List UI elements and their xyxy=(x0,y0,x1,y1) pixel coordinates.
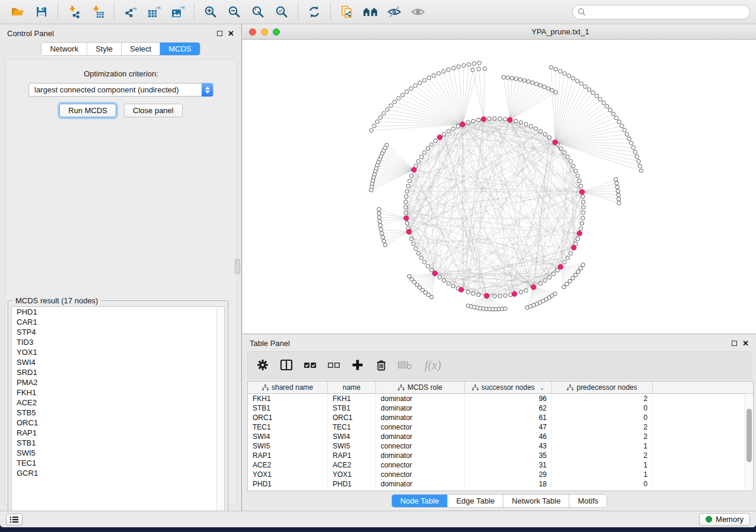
network-node[interactable] xyxy=(375,120,379,123)
network-node[interactable] xyxy=(616,189,620,193)
network-node[interactable] xyxy=(379,227,382,231)
network-hub-node-selected[interactable] xyxy=(404,216,409,220)
network-node[interactable] xyxy=(566,155,569,159)
mcds-result-item[interactable]: YOX1 xyxy=(12,347,224,357)
table-row[interactable]: TEC1TEC1connector472 xyxy=(248,422,753,432)
mcds-result-item[interactable]: SRD1 xyxy=(12,367,224,377)
network-node[interactable] xyxy=(638,164,642,168)
network-node[interactable] xyxy=(595,94,598,98)
table-row[interactable]: ACE2ACE2connector311 xyxy=(248,460,753,470)
network-node[interactable] xyxy=(551,272,555,275)
table-row[interactable]: RAP1RAP1dominator352 xyxy=(248,451,753,460)
network-node[interactable] xyxy=(617,197,620,201)
column-header-name[interactable]: name xyxy=(328,382,376,393)
network-node[interactable] xyxy=(598,97,602,101)
mcds-result-item[interactable]: GCR1 xyxy=(12,468,224,478)
refresh-view-icon[interactable] xyxy=(302,2,326,21)
network-node[interactable] xyxy=(550,88,554,92)
network-hub-node-selected[interactable] xyxy=(512,291,517,296)
network-node[interactable] xyxy=(571,76,575,80)
window-minimize-button[interactable] xyxy=(261,28,268,36)
network-node[interactable] xyxy=(423,78,426,82)
network-node[interactable] xyxy=(614,178,617,181)
network-node[interactable] xyxy=(617,120,621,123)
network-node[interactable] xyxy=(377,207,381,211)
network-node[interactable] xyxy=(519,121,522,124)
network-node[interactable] xyxy=(608,108,612,112)
network-node[interactable] xyxy=(477,118,480,121)
zoom-selected-icon[interactable] xyxy=(270,2,294,21)
network-hub-node-selected[interactable] xyxy=(580,190,585,194)
network-node[interactable] xyxy=(442,278,446,282)
network-node[interactable] xyxy=(446,281,450,285)
network-node[interactable] xyxy=(579,227,582,230)
delete-table-icon[interactable] xyxy=(396,355,414,374)
network-node[interactable] xyxy=(538,281,542,285)
network-node[interactable] xyxy=(471,119,475,123)
network-node[interactable] xyxy=(524,123,528,126)
column-header-MCDS-role[interactable]: MCDS role xyxy=(376,382,465,393)
network-node[interactable] xyxy=(529,124,532,128)
network-node[interactable] xyxy=(378,223,382,227)
mcds-result-item[interactable]: ORC1 xyxy=(12,418,224,428)
network-node[interactable] xyxy=(556,268,559,272)
network-node[interactable] xyxy=(576,270,580,273)
network-hub-node-selected[interactable] xyxy=(531,285,536,290)
network-node[interactable] xyxy=(427,76,430,79)
network-hub-node-selected[interactable] xyxy=(508,117,512,122)
table-scrollbar[interactable] xyxy=(745,395,752,490)
network-node[interactable] xyxy=(410,237,413,241)
tab-motifs[interactable]: Motifs xyxy=(569,495,607,507)
deselect-all-rows-icon[interactable] xyxy=(325,355,343,374)
network-node[interactable] xyxy=(446,68,450,71)
network-hub-node-selected[interactable] xyxy=(432,271,437,275)
network-hub-node-selected[interactable] xyxy=(460,122,465,127)
network-node[interactable] xyxy=(382,111,385,115)
network-node[interactable] xyxy=(563,260,566,264)
network-node[interactable] xyxy=(615,181,618,185)
network-node[interactable] xyxy=(575,79,579,82)
network-node[interactable] xyxy=(565,282,569,286)
network-node[interactable] xyxy=(487,117,491,120)
network-node[interactable] xyxy=(623,128,626,132)
network-node[interactable] xyxy=(568,279,572,283)
network-node[interactable] xyxy=(578,179,581,182)
network-node[interactable] xyxy=(574,169,578,172)
network-node[interactable] xyxy=(639,169,643,172)
network-node[interactable] xyxy=(631,146,635,149)
table-settings-gear-icon[interactable] xyxy=(254,355,272,374)
network-node[interactable] xyxy=(416,159,420,163)
network-node[interactable] xyxy=(419,155,423,159)
network-node[interactable] xyxy=(506,76,509,79)
network-hub-node-selected[interactable] xyxy=(572,245,576,250)
network-node[interactable] xyxy=(409,86,413,90)
network-node[interactable] xyxy=(569,159,572,163)
network-node[interactable] xyxy=(549,65,553,69)
network-node[interactable] xyxy=(451,284,455,288)
network-node[interactable] xyxy=(404,200,407,204)
network-node[interactable] xyxy=(503,117,507,121)
network-node[interactable] xyxy=(405,190,409,193)
network-node[interactable] xyxy=(546,86,550,90)
network-node[interactable] xyxy=(543,132,547,136)
network-node[interactable] xyxy=(381,235,384,239)
network-node[interactable] xyxy=(457,65,460,68)
network-node[interactable] xyxy=(471,68,474,72)
table-row[interactable]: SWI4SWI4dominator462 xyxy=(248,432,753,441)
network-node[interactable] xyxy=(562,285,566,289)
network-node[interactable] xyxy=(554,91,557,94)
network-node[interactable] xyxy=(414,247,417,251)
network-node[interactable] xyxy=(432,73,435,77)
network-node[interactable] xyxy=(418,81,422,85)
network-node[interactable] xyxy=(477,67,480,70)
network-node[interactable] xyxy=(404,211,407,214)
network-node[interactable] xyxy=(605,104,609,108)
network-node[interactable] xyxy=(430,268,433,272)
mcds-result-item[interactable]: STB1 xyxy=(12,438,224,448)
window-close-button[interactable] xyxy=(249,28,256,36)
network-hub-node-selected[interactable] xyxy=(412,167,416,172)
network-node[interactable] xyxy=(493,117,496,120)
tab-mcds[interactable]: MCDS xyxy=(160,43,199,55)
table-scrollbar-thumb[interactable] xyxy=(747,409,752,462)
network-node[interactable] xyxy=(477,293,480,296)
